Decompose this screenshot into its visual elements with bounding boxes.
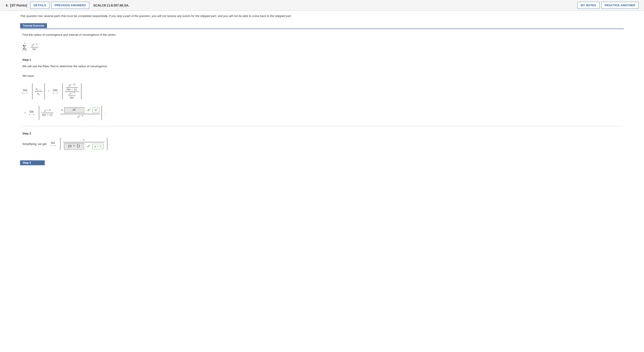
series-expression: ∞ Σ n = 3 xn + 9 6n! — [22, 42, 622, 52]
limit-expression: lim n → ∞ — [22, 89, 28, 94]
check-icon: ✔ — [87, 145, 90, 148]
step-1-line-2: We have — [22, 74, 622, 78]
tutorial-prompt: Find the radius of convergence and inter… — [22, 33, 622, 37]
practice-another-button[interactable]: PRACTICE ANOTHER — [601, 2, 639, 9]
step-1-line-1: We will use the Ratio Test to determine … — [22, 64, 622, 69]
question-number: 6. [3/7 Points] — [6, 3, 27, 7]
previous-answers-button[interactable]: PREVIOUS ANSWERS — [51, 2, 89, 9]
step-3-tab: Step 3 — [20, 160, 45, 165]
sigma-lower: n = 3 — [22, 50, 27, 52]
step1-answer-reveal: n! — [92, 107, 100, 113]
sigma-icon: Σ — [22, 44, 26, 50]
sequential-instructions: This question has several parts that mus… — [20, 14, 624, 18]
question-body: This question has several parts that mus… — [0, 11, 644, 172]
step-1-header: Step 1 — [22, 58, 622, 61]
step-2-header: Step 2 — [22, 132, 622, 135]
ratio-test-equation-1: lim n → ∞ an + 1 an = lim n → ∞ xn — [22, 83, 622, 99]
tutorial-exercise-tab: Tutorial Exercise — [20, 23, 47, 28]
question-code: SCALC8 11.8.007.MI.SA. — [93, 3, 129, 7]
step2-answer-input[interactable]: (n + 1) — [64, 143, 84, 150]
details-button[interactable]: DETAILS — [30, 2, 50, 9]
step1-answer-input[interactable]: n! — [64, 107, 84, 113]
my-notes-button[interactable]: MY NOTES — [577, 2, 600, 9]
step-2-equation: Simplifying, we get lim n → ∞ x (n + 1) … — [22, 138, 622, 150]
divider — [22, 126, 622, 126]
ratio-test-equation-2: = lim n → ∞ xn + 10 6(n + 1)! · 6 n! ✔ n… — [22, 106, 622, 120]
check-icon: ✔ — [87, 108, 90, 112]
section-underline — [20, 29, 624, 29]
step2-answer-reveal: n + 1 — [92, 144, 104, 149]
step-2-text: Simplifying, we get — [22, 142, 46, 146]
question-header: 6. [3/7 Points] DETAILS PREVIOUS ANSWERS… — [0, 0, 644, 11]
